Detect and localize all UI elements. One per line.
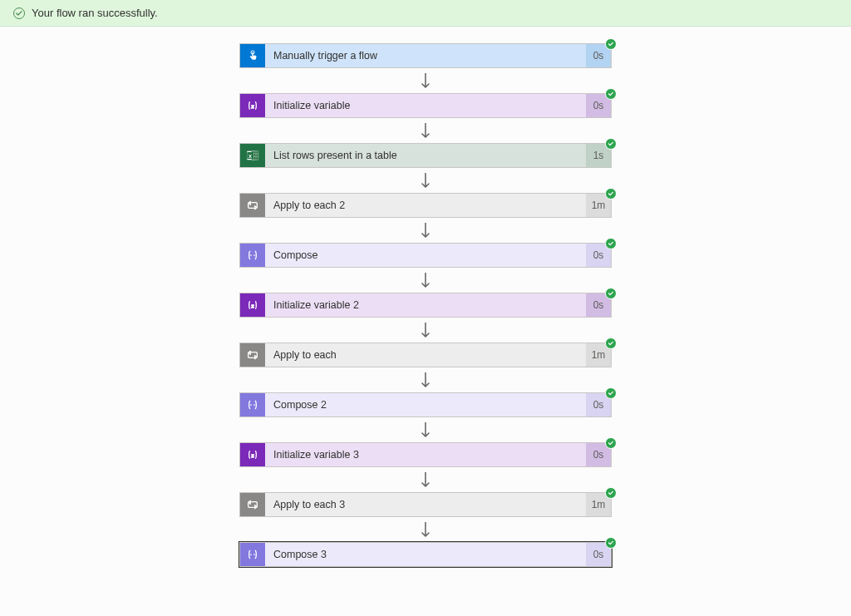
compose-icon bbox=[240, 543, 265, 566]
success-banner: Your flow ran successfully. bbox=[0, 0, 851, 27]
flow-step[interactable]: Apply to each 31m bbox=[239, 492, 612, 517]
svg-point-23 bbox=[250, 404, 252, 406]
svg-text:X: X bbox=[248, 154, 252, 159]
arrow-down-icon bbox=[419, 367, 432, 392]
compose-icon bbox=[240, 244, 265, 267]
arrow-down-icon bbox=[419, 517, 432, 542]
arrow-down-icon bbox=[419, 118, 432, 143]
loop-icon bbox=[240, 493, 265, 516]
svg-point-30 bbox=[250, 554, 252, 555]
arrow-down-icon bbox=[419, 467, 432, 492]
touch-icon bbox=[240, 44, 265, 67]
step-label: Apply to each 2 bbox=[265, 194, 586, 217]
step-label: Initialize variable 3 bbox=[265, 443, 586, 466]
flow-step[interactable]: Apply to each1m bbox=[239, 342, 612, 367]
arrow-down-icon bbox=[419, 168, 432, 193]
arrow-down-icon bbox=[419, 218, 432, 243]
success-check-icon bbox=[13, 7, 25, 19]
flow-step[interactable]: xInitialize variable 30s bbox=[239, 442, 612, 467]
step-label: Compose bbox=[265, 244, 586, 267]
step-label: Manually trigger a flow bbox=[265, 44, 586, 67]
flow-step[interactable]: Compose 20s bbox=[239, 392, 612, 417]
flow-step[interactable]: Compose 30s bbox=[239, 542, 612, 567]
step-label: List rows present in a table bbox=[265, 144, 586, 167]
svg-text:x: x bbox=[251, 452, 254, 458]
success-badge-icon bbox=[605, 238, 617, 249]
svg-point-17 bbox=[253, 254, 255, 256]
success-message: Your flow ran successfully. bbox=[32, 7, 158, 19]
flow-canvas: Manually trigger a flow0sxInitialize var… bbox=[0, 27, 851, 567]
success-badge-icon bbox=[605, 537, 617, 549]
variable-icon: x bbox=[240, 443, 265, 466]
success-badge-icon bbox=[605, 387, 617, 399]
flow-step[interactable]: Compose0s bbox=[239, 243, 612, 268]
step-label: Initialize variable bbox=[265, 94, 586, 117]
loop-icon bbox=[240, 343, 265, 367]
excel-icon: X bbox=[240, 144, 265, 167]
flow-step[interactable]: XList rows present in a table1s bbox=[239, 143, 612, 168]
svg-point-24 bbox=[253, 404, 255, 406]
flow-step[interactable]: Manually trigger a flow0s bbox=[239, 43, 612, 68]
arrow-down-icon bbox=[419, 417, 432, 442]
success-badge-icon bbox=[605, 88, 617, 100]
step-label: Apply to each 3 bbox=[265, 493, 586, 516]
loop-icon bbox=[240, 194, 265, 217]
step-label: Compose 2 bbox=[265, 393, 586, 416]
svg-point-31 bbox=[253, 554, 255, 555]
arrow-down-icon bbox=[419, 68, 432, 93]
success-badge-icon bbox=[605, 38, 617, 50]
svg-text:x: x bbox=[251, 303, 254, 308]
variable-icon: x bbox=[240, 94, 265, 117]
step-label: Compose 3 bbox=[265, 543, 586, 566]
success-badge-icon bbox=[605, 138, 617, 150]
flow-step[interactable]: xInitialize variable 20s bbox=[239, 293, 612, 318]
success-badge-icon bbox=[605, 188, 617, 200]
step-label: Initialize variable 2 bbox=[265, 293, 586, 317]
arrow-down-icon bbox=[419, 268, 432, 293]
svg-text:x: x bbox=[251, 103, 254, 109]
variable-icon: x bbox=[240, 293, 265, 317]
flow-step[interactable]: Apply to each 21m bbox=[239, 193, 612, 218]
svg-point-16 bbox=[250, 254, 252, 256]
success-badge-icon bbox=[605, 288, 617, 299]
flow-step[interactable]: xInitialize variable0s bbox=[239, 93, 612, 118]
success-badge-icon bbox=[605, 338, 617, 349]
success-badge-icon bbox=[605, 437, 617, 449]
compose-icon bbox=[240, 393, 265, 416]
step-label: Apply to each bbox=[265, 343, 586, 367]
arrow-down-icon bbox=[419, 318, 432, 342]
success-badge-icon bbox=[605, 487, 617, 499]
